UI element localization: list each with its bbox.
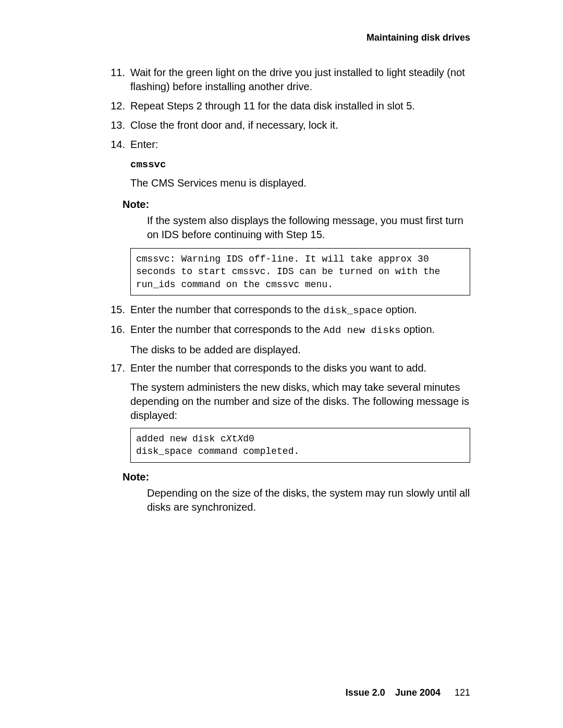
steps-list: 11. Wait for the green light on the driv… (115, 66, 470, 152)
text-post: option. (400, 324, 435, 335)
steps-list-cont2: 17. Enter the number that corresponds to… (115, 361, 470, 375)
step-16: 16. Enter the number that corresponds to… (115, 323, 470, 338)
step-number: 16. (100, 323, 125, 337)
step-text: Close the front door and, if necessary, … (130, 119, 338, 131)
note-label: Note: (123, 470, 470, 484)
document-page: Maintaining disk drives 11. Wait for the… (0, 0, 563, 728)
step-number: 17. (100, 361, 125, 375)
step-number: 14. (100, 138, 125, 152)
step-text: Enter: (130, 139, 158, 150)
step-number: 12. (100, 99, 125, 113)
code-var-x2: X (237, 434, 243, 444)
inline-code: Add new disks (323, 325, 400, 336)
step-14-result: The CMS Services menu is displayed. (130, 176, 470, 190)
step-14-command: cmssvc (130, 157, 470, 172)
step-16-result: The disks to be added are displayed. (130, 343, 470, 357)
header-title: Maintaining disk drives (366, 32, 470, 43)
step-13: 13. Close the front door and, if necessa… (115, 118, 470, 132)
step-number: 13. (100, 118, 125, 132)
code-block-ids-warning: cmssvc: Warning IDS off-line. It will ta… (130, 248, 470, 295)
text-post: option. (383, 304, 417, 315)
step-text: Repeat Steps 2 through 11 for the data d… (130, 100, 415, 112)
code-pre: added new disk c (136, 434, 226, 444)
command-text: cmssvc (130, 159, 166, 170)
step-text: Enter the number that corresponds to the… (130, 304, 417, 315)
code-block-added-disk: added new disk cXtXd0 disk_space command… (130, 428, 470, 463)
text-pre: Enter the number that corresponds to the (130, 324, 323, 335)
step-text: Enter the number that corresponds to the… (130, 362, 426, 374)
footer-date: June 2004 (395, 687, 440, 698)
step-11: 11. Wait for the green light on the driv… (115, 66, 470, 94)
code-mid: t (232, 434, 238, 444)
result-text: The system administers the new disks, wh… (130, 381, 469, 421)
result-text: The CMS Services menu is displayed. (130, 177, 307, 189)
step-number: 15. (100, 303, 125, 317)
note-body: Depending on the size of the disks, the … (147, 486, 470, 514)
result-text: The disks to be added are displayed. (130, 344, 301, 355)
page-footer: Issue 2.0 June 2004 121 (346, 686, 470, 699)
step-14: 14. Enter: (115, 138, 470, 152)
step-12: 12. Repeat Steps 2 through 11 for the da… (115, 99, 470, 113)
note-label: Note: (123, 198, 470, 212)
step-text: Enter the number that corresponds to the… (130, 324, 435, 335)
code-var-x1: X (226, 434, 232, 444)
footer-issue: Issue 2.0 (346, 687, 385, 698)
footer-page-number: 121 (455, 687, 470, 698)
step-text: Wait for the green light on the drive yo… (130, 67, 465, 92)
running-header: Maintaining disk drives (93, 31, 470, 44)
inline-code: disk_space (323, 305, 383, 316)
step-17: 17. Enter the number that corresponds to… (115, 361, 470, 375)
steps-list-cont: 15. Enter the number that corresponds to… (115, 303, 470, 338)
step-17-result: The system administers the new disks, wh… (130, 380, 470, 423)
text-pre: Enter the number that corresponds to the (130, 304, 323, 315)
note-body: If the system also displays the followin… (147, 214, 470, 242)
step-number: 11. (100, 66, 125, 80)
step-15: 15. Enter the number that corresponds to… (115, 303, 470, 318)
